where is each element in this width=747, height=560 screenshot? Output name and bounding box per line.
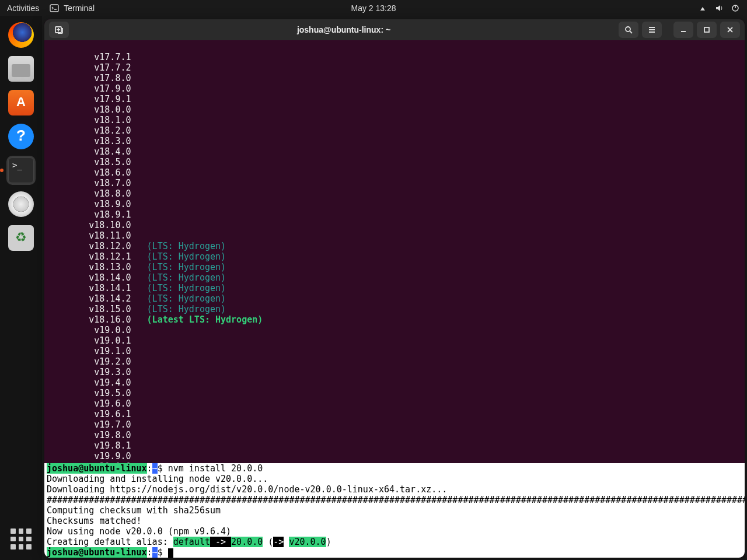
dock-disk[interactable] xyxy=(6,190,36,219)
dock xyxy=(0,16,42,560)
terminal-running-block: joshua@ubuntu-linux:~$ nvm install 20.0.… xyxy=(44,463,745,558)
files-icon xyxy=(8,56,34,82)
search-button[interactable] xyxy=(619,22,638,38)
output-line: Creating default alias: xyxy=(47,537,173,547)
minimize-button[interactable] xyxy=(673,22,693,38)
trash-icon xyxy=(8,225,34,251)
maximize-button[interactable] xyxy=(697,22,717,38)
svg-rect-4 xyxy=(704,27,709,32)
prompt-user: joshua@ubuntu-linux xyxy=(47,547,147,558)
dock-software[interactable] xyxy=(6,88,36,117)
firefox-icon xyxy=(8,22,34,48)
output-line: Downloading and installing node v20.0.0.… xyxy=(47,474,268,484)
output-line: ########################################… xyxy=(47,495,745,505)
clock[interactable]: May 2 13:28 xyxy=(351,4,396,13)
alias-version-badge: 20.0.0 xyxy=(231,537,263,547)
cursor xyxy=(168,548,173,558)
terminal-window: joshua@ubuntu-linux: ~ v17.7.1 v17.7.2 v… xyxy=(44,19,745,558)
alias-default-badge: default xyxy=(173,537,210,547)
new-tab-button[interactable] xyxy=(49,22,69,38)
dock-firefox[interactable] xyxy=(6,20,36,50)
output-line: Checksums matched! xyxy=(47,516,142,526)
show-applications-button[interactable] xyxy=(8,526,34,552)
output-line: Now using node v20.0.0 (npm v9.6.4) xyxy=(47,526,231,537)
window-title: joshua@ubuntu-linux: ~ xyxy=(72,25,615,34)
close-button[interactable] xyxy=(720,22,740,38)
svg-point-3 xyxy=(626,27,630,32)
terminal-output[interactable]: v17.7.1 v17.7.2 v17.8.0 v17.9.0 v17.9.1 … xyxy=(44,40,745,558)
network-icon[interactable] xyxy=(698,4,707,13)
dock-files[interactable] xyxy=(6,54,36,83)
hamburger-menu-button[interactable] xyxy=(642,22,662,38)
software-center-icon xyxy=(8,90,34,116)
svg-rect-0 xyxy=(50,5,58,12)
help-icon xyxy=(8,124,34,149)
power-icon[interactable] xyxy=(731,4,740,13)
active-app-name: Terminal xyxy=(64,4,95,13)
disk-icon xyxy=(8,191,34,217)
alias-resolved-version-badge: v20.0.0 xyxy=(289,537,326,547)
prompt-cwd: ~ xyxy=(152,547,158,558)
output-line: Downloading https://nodejs.org/dist/v20.… xyxy=(47,484,447,495)
terminal-icon xyxy=(8,158,34,183)
output-line: Computing checksum with sha256sum xyxy=(47,505,221,516)
typed-command: nvm install 20.0.0 xyxy=(163,463,263,474)
dock-trash[interactable] xyxy=(6,223,36,253)
active-app-indicator[interactable]: Terminal xyxy=(50,4,95,13)
prompt-cwd: ~ xyxy=(152,463,158,474)
activities-button[interactable]: Activities xyxy=(7,4,39,13)
gnome-topbar: Activities Terminal May 2 13:28 xyxy=(0,0,747,16)
terminal-small-icon xyxy=(50,4,59,13)
dock-help[interactable] xyxy=(6,122,36,151)
window-titlebar: joshua@ubuntu-linux: ~ xyxy=(44,19,745,40)
volume-icon[interactable] xyxy=(714,4,724,13)
nvm-version-list: v17.7.1 v17.7.2 v17.8.0 v17.9.0 v17.9.1 … xyxy=(47,52,742,472)
prompt-user: joshua@ubuntu-linux xyxy=(47,463,147,474)
dock-terminal[interactable] xyxy=(6,156,36,185)
